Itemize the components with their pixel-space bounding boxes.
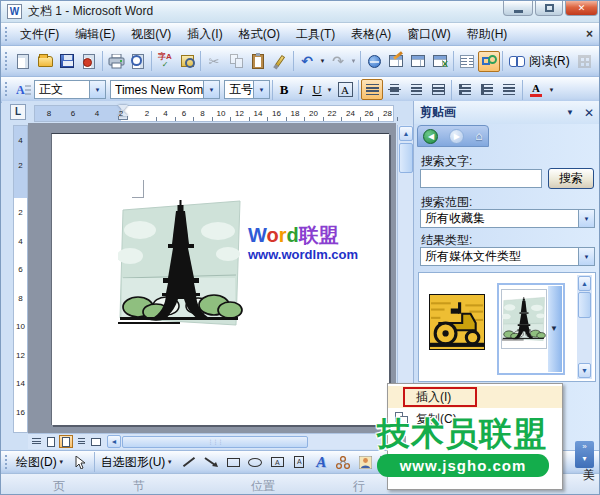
- menu-item[interactable]: 视图(V): [123, 23, 179, 46]
- back-button[interactable]: ◀: [423, 129, 438, 144]
- scope-dropdown-icon[interactable]: ▼: [578, 210, 594, 227]
- standard-toolbar-grip[interactable]: [4, 51, 9, 72]
- web-layout-button[interactable]: [44, 435, 58, 448]
- insert-hyperlink-button[interactable]: [363, 51, 385, 72]
- print-preview-button[interactable]: [127, 51, 149, 72]
- scroll-left-icon[interactable]: ◄: [107, 435, 121, 448]
- show-marks-button[interactable]: [574, 51, 596, 72]
- font-combo[interactable]: Times New Roman ▼: [110, 80, 220, 99]
- menu-item[interactable]: 窗口(W): [399, 23, 458, 46]
- font-color-dropdown[interactable]: ▼: [547, 79, 556, 100]
- arrow-tool-button[interactable]: [200, 452, 222, 473]
- redo-dropdown[interactable]: ▼: [349, 51, 358, 72]
- document-page[interactable]: Word联盟 www.wordlm.com: [51, 133, 389, 425]
- bullets-button[interactable]: [476, 79, 498, 100]
- cut-button[interactable]: ✂: [203, 51, 225, 72]
- autoshapes-menu-button[interactable]: 自选图形(U) ▼: [97, 452, 179, 473]
- print-button[interactable]: [105, 51, 127, 72]
- open-button[interactable]: [34, 51, 56, 72]
- close-button[interactable]: ✕: [565, 1, 598, 16]
- italic-button[interactable]: I: [293, 79, 309, 100]
- task-pane-title-bar[interactable]: 剪贴画 ▼ ✕: [414, 101, 600, 124]
- minimize-button[interactable]: [503, 1, 533, 16]
- research-button[interactable]: [176, 51, 198, 72]
- size-combo[interactable]: 五号 ▼: [224, 80, 270, 99]
- scope-combo[interactable]: 所有收藏集 ▼: [420, 209, 595, 228]
- menu-item[interactable]: 插入(I): [179, 23, 230, 46]
- tab-selector[interactable]: L: [10, 104, 26, 120]
- spelling-button[interactable]: 字A✓: [154, 51, 176, 72]
- formatting-toolbar-grip[interactable]: [4, 81, 9, 99]
- line-tool-button[interactable]: [178, 452, 200, 473]
- justify-button[interactable]: [361, 79, 383, 100]
- menu-bar-grip[interactable]: [4, 26, 9, 41]
- textbox-tool-button[interactable]: A: [266, 452, 288, 473]
- diagram-button[interactable]: [332, 452, 354, 473]
- align-right-button[interactable]: [405, 79, 427, 100]
- reading-view-button[interactable]: 阅读(R): [505, 51, 574, 72]
- styles-pane-button[interactable]: A: [12, 79, 34, 100]
- clipart-item-menu-strip[interactable]: [548, 286, 562, 372]
- underline-button[interactable]: U: [309, 79, 325, 100]
- reading-layout-button[interactable]: [89, 435, 103, 448]
- insert-clipart-button[interactable]: [354, 452, 376, 473]
- insert-table-button[interactable]: [407, 51, 429, 72]
- insert-excel-button[interactable]: [429, 51, 451, 72]
- drawing-toolbar-grip[interactable]: [4, 454, 9, 469]
- results-scroll-up-icon[interactable]: ▲: [578, 276, 591, 291]
- draw-menu-button[interactable]: 绘图(D) ▼: [12, 452, 70, 473]
- style-combo[interactable]: 正文 ▼: [34, 80, 106, 99]
- rectangle-tool-button[interactable]: [222, 452, 244, 473]
- paste-button[interactable]: [247, 51, 269, 72]
- indent-button[interactable]: [498, 79, 520, 100]
- underline-dropdown[interactable]: ▼: [325, 79, 334, 100]
- menu-item[interactable]: 编辑(E): [67, 23, 123, 46]
- wordart-button[interactable]: A: [310, 452, 332, 473]
- menu-item[interactable]: 表格(A): [343, 23, 399, 46]
- normal-view-button[interactable]: [29, 435, 43, 448]
- drawing-toggle-button[interactable]: [478, 51, 500, 72]
- select-objects-button[interactable]: [70, 452, 92, 473]
- size-dropdown-icon[interactable]: ▼: [253, 81, 269, 98]
- redo-button[interactable]: ↷: [327, 51, 349, 72]
- results-scrollbar[interactable]: ▲ ▼: [577, 275, 592, 379]
- distributed-button[interactable]: [427, 79, 449, 100]
- bold-button[interactable]: B: [275, 79, 293, 100]
- save-button[interactable]: [56, 51, 78, 72]
- scrollbar-thumb[interactable]: [399, 143, 413, 173]
- print-layout-button[interactable]: [59, 435, 73, 448]
- tables-borders-button[interactable]: [385, 51, 407, 72]
- search-input[interactable]: [420, 169, 542, 188]
- font-color-button[interactable]: A: [525, 79, 547, 100]
- close-document-icon[interactable]: ×: [586, 27, 593, 41]
- home-icon[interactable]: ⌂: [475, 129, 482, 143]
- task-pane-dropdown-icon[interactable]: ▼: [566, 108, 574, 117]
- char-border-button[interactable]: A: [334, 79, 356, 100]
- align-center-button[interactable]: [383, 79, 405, 100]
- context-menu-insert[interactable]: 插入(I): [388, 386, 562, 408]
- permission-button[interactable]: [78, 51, 100, 72]
- font-dropdown-icon[interactable]: ▼: [203, 81, 219, 98]
- horizontal-scrollbar-thumb[interactable]: [122, 436, 308, 448]
- results-scroll-down-icon[interactable]: ▼: [578, 363, 591, 378]
- menu-item[interactable]: 格式(O): [231, 23, 288, 46]
- style-dropdown-icon[interactable]: ▼: [89, 81, 105, 98]
- outline-view-button[interactable]: [74, 435, 88, 448]
- columns-button[interactable]: [456, 51, 478, 72]
- format-painter-button[interactable]: [269, 51, 291, 72]
- search-button[interactable]: 搜索: [548, 168, 594, 189]
- new-document-button[interactable]: [12, 51, 34, 72]
- menu-item[interactable]: 帮助(H): [459, 23, 516, 46]
- horizontal-ruler[interactable]: 8642246810121416182022242628: [34, 105, 394, 122]
- vertical-ruler[interactable]: 42246810121416: [13, 125, 28, 433]
- pane-toolbar-options[interactable]: »▾: [575, 441, 594, 468]
- vertical-textbox-button[interactable]: A: [288, 452, 310, 473]
- type-dropdown-icon[interactable]: ▼: [578, 248, 594, 265]
- undo-button[interactable]: ↶: [296, 51, 318, 72]
- task-pane-close-icon[interactable]: ✕: [584, 106, 594, 120]
- undo-dropdown[interactable]: ▼: [318, 51, 327, 72]
- type-combo[interactable]: 所有媒体文件类型 ▼: [420, 247, 595, 266]
- scroll-up-icon[interactable]: ▲: [399, 126, 413, 141]
- numbering-button[interactable]: [454, 79, 476, 100]
- menu-item[interactable]: 工具(T): [288, 23, 343, 46]
